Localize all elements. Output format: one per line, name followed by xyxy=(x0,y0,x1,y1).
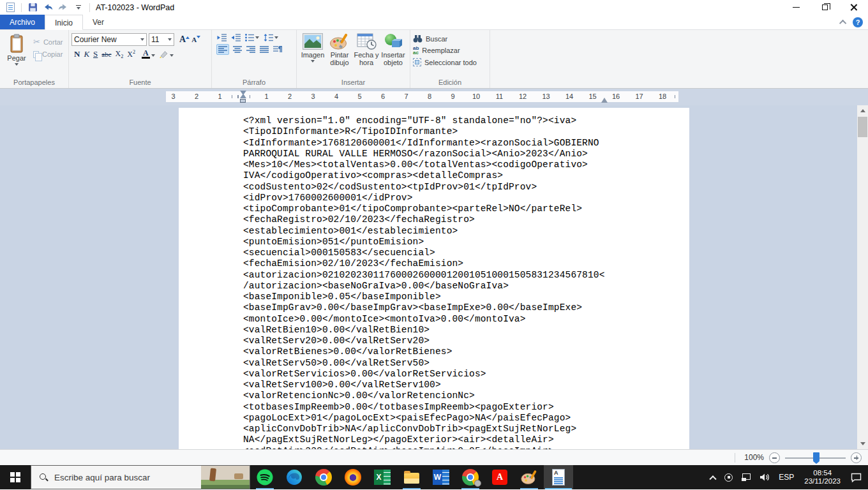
paragraph-settings-button[interactable] xyxy=(273,45,283,53)
ruler-number: 7 xyxy=(394,92,418,101)
taskbar-chrome[interactable] xyxy=(309,465,338,489)
insert-object-button[interactable]: Insertar objeto xyxy=(380,32,407,66)
right-indent-marker[interactable] xyxy=(601,98,608,103)
align-center-button[interactable] xyxy=(233,46,242,53)
vertical-scrollbar[interactable] xyxy=(857,105,868,449)
redo-button[interactable] xyxy=(57,2,70,13)
underline-button[interactable]: S xyxy=(93,49,98,59)
taskbar-edge[interactable] xyxy=(280,465,309,489)
restore-button[interactable] xyxy=(811,0,839,15)
taskbar-word[interactable]: W xyxy=(426,465,456,489)
paint-icon xyxy=(521,470,537,485)
paint-drawing-button[interactable]: Pintar dibujo xyxy=(326,32,353,66)
language-indicator[interactable]: ESP xyxy=(776,465,797,489)
font-color-button[interactable]: A xyxy=(142,50,155,59)
bullets-dropdown-icon xyxy=(255,36,259,39)
document-page[interactable]: <?xml version="1.0" encoding="UTF-8" sta… xyxy=(179,108,689,449)
italic-button[interactable]: K xyxy=(84,49,89,59)
close-button[interactable] xyxy=(839,0,868,15)
tray-expand-button[interactable] xyxy=(708,465,718,489)
zoom-out-button[interactable] xyxy=(769,452,780,463)
document-line: <totbasesImpReemb>0.00</totbasesImpReemb… xyxy=(243,402,605,413)
select-all-button[interactable]: Seleccionar todo xyxy=(413,58,477,66)
decrease-indent-button[interactable] xyxy=(217,34,227,41)
taskbar-firefox[interactable] xyxy=(338,465,368,489)
taskbar-excel[interactable]: X xyxy=(368,465,397,489)
help-button[interactable]: ? xyxy=(853,17,863,27)
font-family-select[interactable]: Courier New xyxy=(71,33,147,46)
collapse-ribbon-icon[interactable] xyxy=(839,20,846,27)
search-input[interactable] xyxy=(54,473,182,482)
tab-archivo[interactable]: Archivo xyxy=(0,15,45,29)
ruler-number: 2 xyxy=(278,92,302,101)
scrollbar-thumb[interactable] xyxy=(858,117,867,137)
cut-button[interactable]: ✂ Cortar xyxy=(33,37,63,47)
insert-image-button[interactable]: Imagen xyxy=(299,32,326,63)
indent-marker[interactable] xyxy=(240,91,246,103)
action-center-button[interactable] xyxy=(848,465,864,489)
clock[interactable]: 08:54 23/11/2023 xyxy=(800,465,844,489)
line-spacing-icon xyxy=(264,34,273,41)
taskbar: X W A xyxy=(0,465,868,489)
minimize-icon xyxy=(793,7,800,8)
strikethrough-button[interactable]: abc xyxy=(101,50,111,58)
customize-qat-button[interactable] xyxy=(72,2,85,13)
align-left-button[interactable] xyxy=(216,44,229,55)
taskbar-chrome-profile[interactable] xyxy=(456,465,485,489)
document-line: <aplicConvDobTrib>NA</aplicConvDobTrib><… xyxy=(243,424,605,434)
caption-buttons xyxy=(782,0,868,15)
copy-button[interactable]: Copiar xyxy=(33,50,63,58)
document-line: <fechaEmision>02/10/2023</fechaEmision> xyxy=(243,258,605,269)
tab-ver[interactable]: Ver xyxy=(83,15,114,29)
excel-icon: X xyxy=(374,470,391,485)
document-text[interactable]: <?xml version="1.0" encoding="UTF-8" sta… xyxy=(243,115,605,449)
wordpad-app-icon[interactable] xyxy=(4,2,17,13)
save-button[interactable] xyxy=(26,2,39,13)
superscript-button[interactable]: X2 xyxy=(127,49,135,59)
tray-volume[interactable] xyxy=(757,465,772,489)
taskbar-wordpad[interactable]: A xyxy=(544,465,573,489)
undo-button[interactable] xyxy=(41,2,54,13)
taskbar-spotify[interactable] xyxy=(250,465,280,489)
meet-now-icon xyxy=(724,473,733,482)
increase-indent-button[interactable] xyxy=(231,34,241,41)
bullets-button[interactable] xyxy=(245,34,259,41)
document-line: <valorRetBienes>0.00</valorRetBienes> xyxy=(243,346,605,357)
find-button[interactable]: Buscar xyxy=(413,34,477,43)
taskbar-search[interactable] xyxy=(31,465,250,489)
font-size-select[interactable]: 11 xyxy=(149,33,174,46)
date-time-button[interactable]: Fecha y hora xyxy=(353,32,380,66)
zoom-slider[interactable] xyxy=(785,452,846,463)
ruler-number: 1 xyxy=(208,92,232,101)
scroll-up-button[interactable] xyxy=(857,105,868,116)
paste-button[interactable]: Pegar xyxy=(3,32,31,66)
tab-inicio[interactable]: Inicio xyxy=(45,15,83,30)
search-highlight-image[interactable] xyxy=(201,466,250,489)
group-edit: Buscar ab ac Reemplazar Seleccionar todo xyxy=(410,30,490,88)
document-line: <valRetServ20>0.00</valRetServ20> xyxy=(243,336,605,346)
group-font: Courier New 11 A A xyxy=(69,30,212,88)
zoom-in-button[interactable] xyxy=(851,452,862,463)
taskbar-acrobat[interactable]: A xyxy=(485,465,514,489)
scroll-down-button[interactable] xyxy=(857,438,868,449)
highlight-button[interactable] xyxy=(159,50,174,59)
align-right-button[interactable] xyxy=(246,46,255,53)
tray-network[interactable] xyxy=(739,465,753,489)
align-center-icon xyxy=(233,46,242,53)
tray-meet-now[interactable] xyxy=(722,465,735,489)
line-spacing-button[interactable] xyxy=(264,34,278,41)
replace-button[interactable]: ab ac Reemplazar xyxy=(413,46,477,55)
taskbar-paint[interactable] xyxy=(514,465,544,489)
select-all-label: Seleccionar todo xyxy=(424,59,477,66)
ribbon-tabs: Archivo Inicio Ver ? xyxy=(0,15,868,30)
subscript-button[interactable]: X2 xyxy=(116,49,124,59)
shrink-font-button[interactable]: A xyxy=(191,36,200,43)
calendar-clock-icon xyxy=(356,33,377,50)
bold-button[interactable]: N xyxy=(74,49,80,59)
minimize-button[interactable] xyxy=(782,0,811,15)
zoom-slider-thumb[interactable] xyxy=(813,452,819,461)
start-button[interactable] xyxy=(0,465,31,489)
justify-button[interactable] xyxy=(260,46,269,53)
grow-font-button[interactable]: A xyxy=(179,34,190,45)
taskbar-file-explorer[interactable] xyxy=(397,465,426,489)
